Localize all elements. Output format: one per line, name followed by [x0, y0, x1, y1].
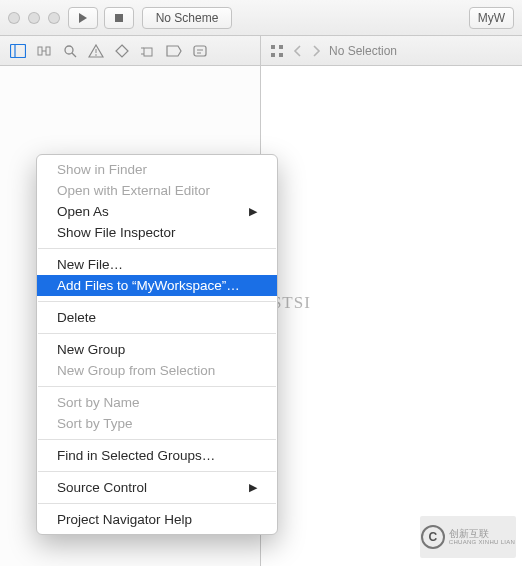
- provider-watermark: C 创新互联 CHUANG XINHU LIAN: [420, 516, 516, 558]
- svg-point-9: [95, 54, 97, 56]
- svg-point-6: [65, 46, 73, 54]
- menu-separator: [38, 471, 276, 472]
- menu-show-inspector[interactable]: Show File Inspector: [37, 222, 277, 243]
- menu-open-external[interactable]: Open with External Editor: [37, 180, 277, 201]
- traffic-lights: [8, 12, 60, 24]
- svg-rect-4: [46, 47, 50, 55]
- navigator-bar: No Selection: [0, 36, 522, 66]
- main-area: https://blog.csdn.net/PRESISTSI Show in …: [0, 66, 522, 566]
- issue-navigator-icon[interactable]: [88, 43, 104, 59]
- menu-label: Show in Finder: [57, 162, 147, 177]
- context-menu: Show in Finder Open with External Editor…: [36, 154, 278, 535]
- menu-label: Sort by Type: [57, 416, 133, 431]
- test-navigator-icon[interactable]: [114, 43, 130, 59]
- run-button[interactable]: [68, 7, 98, 29]
- svg-rect-10: [144, 48, 152, 56]
- menu-open-as[interactable]: Open As▶: [37, 201, 277, 222]
- menu-separator: [38, 248, 276, 249]
- menu-add-files[interactable]: Add Files to “MyWorkspace”…: [37, 275, 277, 296]
- related-items-icon[interactable]: [269, 43, 285, 59]
- back-icon[interactable]: [293, 45, 303, 57]
- menu-label: Delete: [57, 310, 96, 325]
- debug-navigator-icon[interactable]: [140, 43, 156, 59]
- stop-button[interactable]: [104, 7, 134, 29]
- svg-rect-0: [115, 14, 123, 22]
- menu-label: Add Files to “MyWorkspace”…: [57, 278, 240, 293]
- titlebar: No Scheme MyW: [0, 0, 522, 36]
- run-controls: [68, 7, 134, 29]
- menu-label: New File…: [57, 257, 123, 272]
- menu-label: New Group from Selection: [57, 363, 215, 378]
- menu-label: New Group: [57, 342, 125, 357]
- minimize-window-icon[interactable]: [28, 12, 40, 24]
- menu-find-groups[interactable]: Find in Selected Groups…: [37, 445, 277, 466]
- svg-rect-1: [11, 44, 26, 57]
- logo-line1: 创新互联: [449, 528, 515, 539]
- menu-label: Source Control: [57, 480, 147, 495]
- provider-logo-text: 创新互联 CHUANG XINHU LIAN: [449, 528, 515, 546]
- zoom-window-icon[interactable]: [48, 12, 60, 24]
- menu-separator: [38, 386, 276, 387]
- forward-icon[interactable]: [311, 45, 321, 57]
- close-window-icon[interactable]: [8, 12, 20, 24]
- project-navigator-icon[interactable]: [10, 43, 26, 59]
- svg-rect-13: [194, 46, 206, 56]
- find-navigator-icon[interactable]: [62, 43, 78, 59]
- jump-bar: No Selection: [261, 36, 522, 65]
- svg-rect-16: [271, 45, 275, 49]
- menu-sort-name[interactable]: Sort by Name: [37, 392, 277, 413]
- menu-source-control[interactable]: Source Control▶: [37, 477, 277, 498]
- breakpoint-navigator-icon[interactable]: [166, 43, 182, 59]
- editor-area: [261, 66, 522, 566]
- menu-new-group[interactable]: New Group: [37, 339, 277, 360]
- menu-label: Open with External Editor: [57, 183, 210, 198]
- report-navigator-icon[interactable]: [192, 43, 208, 59]
- menu-project-help[interactable]: Project Navigator Help: [37, 509, 277, 530]
- menu-sort-type[interactable]: Sort by Type: [37, 413, 277, 434]
- svg-line-7: [72, 53, 76, 57]
- menu-show-in-finder[interactable]: Show in Finder: [37, 159, 277, 180]
- menu-new-file[interactable]: New File…: [37, 254, 277, 275]
- menu-label: Project Navigator Help: [57, 512, 192, 527]
- navigator-tabs: [0, 36, 261, 65]
- svg-rect-3: [38, 47, 42, 55]
- svg-rect-19: [279, 53, 283, 57]
- destination-selector[interactable]: MyW: [469, 7, 514, 29]
- svg-rect-17: [279, 45, 283, 49]
- destination-label: MyW: [478, 11, 505, 25]
- stop-icon: [114, 13, 124, 23]
- menu-label: Show File Inspector: [57, 225, 176, 240]
- logo-letter: C: [428, 530, 437, 544]
- menu-separator: [38, 333, 276, 334]
- submenu-arrow-icon: ▶: [249, 205, 257, 218]
- menu-label: Open As: [57, 204, 109, 219]
- play-icon: [78, 13, 88, 23]
- scheme-selector[interactable]: No Scheme: [142, 7, 232, 29]
- submenu-arrow-icon: ▶: [249, 481, 257, 494]
- menu-separator: [38, 439, 276, 440]
- svg-rect-18: [271, 53, 275, 57]
- provider-logo-icon: C: [421, 525, 445, 549]
- menu-separator: [38, 301, 276, 302]
- source-control-navigator-icon[interactable]: [36, 43, 52, 59]
- menu-label: Sort by Name: [57, 395, 140, 410]
- menu-new-group-selection[interactable]: New Group from Selection: [37, 360, 277, 381]
- menu-label: Find in Selected Groups…: [57, 448, 215, 463]
- menu-separator: [38, 503, 276, 504]
- logo-line2: CHUANG XINHU LIAN: [449, 539, 515, 546]
- no-selection-label: No Selection: [329, 44, 397, 58]
- scheme-label: No Scheme: [156, 11, 219, 25]
- menu-delete[interactable]: Delete: [37, 307, 277, 328]
